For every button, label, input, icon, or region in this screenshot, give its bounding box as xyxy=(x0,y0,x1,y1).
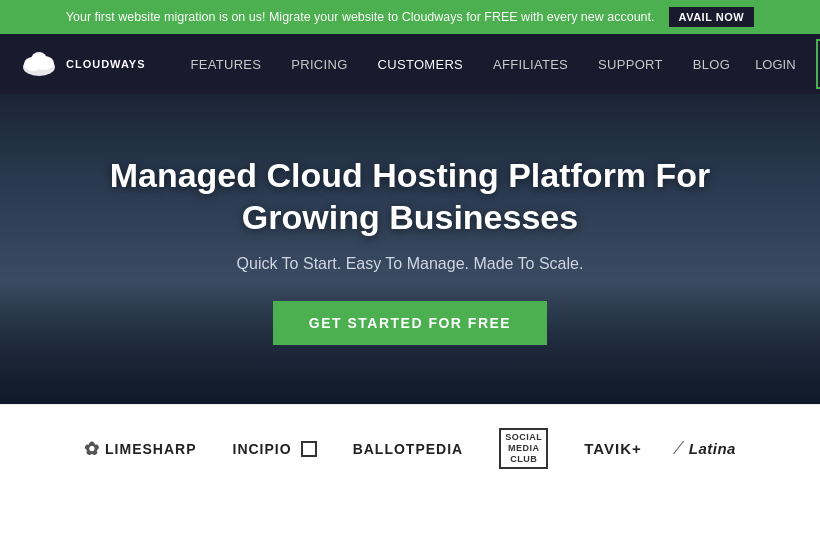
login-link[interactable]: LOGIN xyxy=(745,57,805,72)
latina-slash-icon: ⁄ xyxy=(678,438,681,459)
client-social-media-club: SOCIALMEDIACLUB xyxy=(499,428,548,468)
client-tavik: TAVIK+ xyxy=(584,440,642,457)
hero-section: Managed Cloud Hosting Platform For Growi… xyxy=(0,94,820,404)
nav-blog[interactable]: BLOG xyxy=(678,34,745,94)
nav-support[interactable]: SUPPORT xyxy=(583,34,678,94)
nav-links: FEATURES PRICING CUSTOMERS AFFILIATES SU… xyxy=(176,34,746,94)
nav-customers[interactable]: CUSTOMERS xyxy=(363,34,479,94)
limesharp-icon: ✿ xyxy=(84,438,99,460)
hero-subtitle: Quick To Start. Easy To Manage. Made To … xyxy=(40,255,780,273)
banner-text: Your first website migration is on us! M… xyxy=(66,10,655,24)
avail-now-button[interactable]: AVAIL NOW xyxy=(669,7,755,27)
start-free-button[interactable]: START FREE xyxy=(816,39,820,89)
ballotpedia-text: BALLOTPEDIA xyxy=(353,441,464,457)
top-banner: Your first website migration is on us! M… xyxy=(0,0,820,34)
tavik-text: TAVIK+ xyxy=(584,440,642,457)
client-latina: ⁄ Latina xyxy=(678,438,736,459)
smc-icon: SOCIALMEDIACLUB xyxy=(499,428,548,468)
hero-content: Managed Cloud Hosting Platform For Growi… xyxy=(0,154,820,345)
nav-affiliates[interactable]: AFFILIATES xyxy=(478,34,583,94)
logo[interactable]: CLOUDWAYS xyxy=(20,49,146,79)
incipio-icon xyxy=(301,441,317,457)
client-ballotpedia: BALLOTPEDIA xyxy=(353,441,464,457)
incipio-text: INCIPIO xyxy=(233,441,292,457)
clients-strip: ✿ LIMESHARP INCIPIO BALLOTPEDIA SOCIALME… xyxy=(0,404,820,492)
client-incipio: INCIPIO xyxy=(233,441,317,457)
hero-title: Managed Cloud Hosting Platform For Growi… xyxy=(40,154,780,239)
nav-right: LOGIN START FREE xyxy=(745,39,820,89)
navbar: CLOUDWAYS FEATURES PRICING CUSTOMERS AFF… xyxy=(0,34,820,94)
nav-features[interactable]: FEATURES xyxy=(176,34,277,94)
get-started-button[interactable]: GET STARTED FOR FREE xyxy=(273,301,547,345)
nav-pricing[interactable]: PRICING xyxy=(276,34,362,94)
latina-text: Latina xyxy=(689,440,736,457)
cloudways-logo-icon xyxy=(20,49,58,79)
client-limesharp: ✿ LIMESHARP xyxy=(84,438,196,460)
logo-text: CLOUDWAYS xyxy=(66,58,146,70)
svg-point-3 xyxy=(31,52,47,68)
limesharp-text: LIMESHARP xyxy=(105,441,196,457)
